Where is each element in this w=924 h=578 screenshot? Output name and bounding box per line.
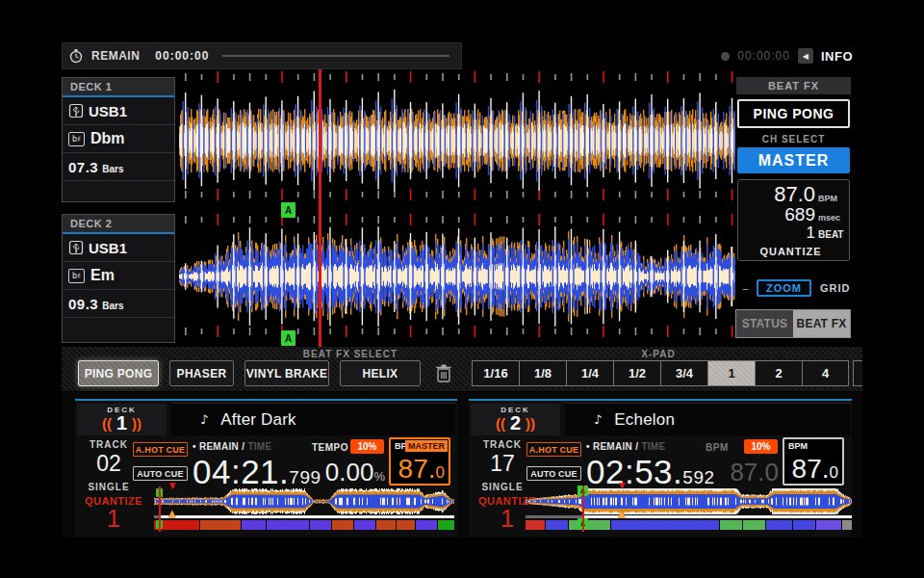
deck1-cue-marker: A (281, 202, 295, 218)
tab-beat-fx[interactable]: BEAT FX (793, 310, 850, 337)
deck2-tempo-range-badge: 10% (744, 439, 778, 454)
deck1-auto-cue-indicator: AUTO CUE (133, 466, 188, 481)
x-pad-cell-1-4[interactable]: 1/4 (566, 360, 613, 386)
main-waveform-canvas[interactable] (179, 69, 735, 351)
deck1-hot-cue-indicator: A.HOT CUE (133, 442, 188, 457)
onair-left-icon: (( (496, 415, 505, 432)
deck1-marker-down-icon: ▼ (169, 482, 176, 490)
fx-select-button-phaser[interactable]: PHASER (169, 360, 234, 386)
deck2-number: 2 (510, 412, 521, 434)
phrase-segment (526, 520, 545, 530)
fx-select-button-helix[interactable]: HELIX (340, 360, 421, 386)
deck2-title-bar: ♪ Echelon (565, 403, 850, 435)
deck2-cue-marker: A (281, 330, 295, 346)
deck2-info-panel: DECK 2 USB1 b♯ Em 09.3 Bars (62, 214, 175, 343)
x-pad-cell-2[interactable]: 2 (755, 360, 802, 386)
x-pad-cell-1-8[interactable]: 1/8 (519, 360, 566, 386)
x-pad-overflow-cell (853, 360, 862, 386)
ch-select-label: CH SELECT (736, 134, 851, 144)
x-pad-cell-1-16[interactable]: 1/16 (472, 360, 519, 386)
stopwatch-icon (68, 48, 84, 64)
cdj-screen: REMAIN 00:00:00 00:00:00 ◀ INFO DECK 1 U… (0, 0, 924, 578)
deck1-phrase-bar (154, 520, 454, 530)
deck2-key: Em (90, 267, 115, 284)
time-mode-remain: • REMAIN / (192, 441, 244, 452)
x-pad-cell-1-2[interactable]: 1/2 (613, 360, 660, 386)
usb-icon (68, 103, 84, 118)
deck2-bpm-box: BPM 87.0 (783, 437, 844, 486)
phrase-segment (569, 520, 610, 530)
info-collapse-button[interactable]: ◀ (798, 48, 813, 64)
deck2-source-row: USB1 (63, 234, 174, 262)
deck2-overview-waveform[interactable] (526, 488, 852, 514)
deck2-track-title: Echelon (614, 410, 675, 430)
info-label[interactable]: INFO (821, 49, 853, 64)
phrase-segment (546, 520, 568, 530)
phrase-segment (842, 520, 852, 530)
deck2-bars-row: 09.3 Bars (63, 290, 174, 318)
key-icon: b♯ (68, 269, 85, 283)
top-right-bar: 00:00:00 ◀ INFO (712, 42, 857, 69)
track-progress-line (222, 55, 449, 57)
zoom-grid-row: – ZOOM GRID (736, 279, 851, 297)
zoom-out-button[interactable]: – (742, 280, 749, 296)
deck1-bpm-value: 87. (398, 454, 436, 484)
phrase-segment (332, 520, 353, 530)
deck2-bpm-dim-value: 87.0 (730, 458, 779, 486)
deck1-tempo-label: TEMPO (312, 442, 348, 453)
tab-status[interactable]: STATUS (736, 310, 793, 337)
deck2-track-number: 17 (490, 451, 515, 477)
phrase-segment (397, 520, 415, 530)
fx-select-buttons: PING PONGPHASERVINYL BRAKEHELIX (78, 360, 421, 386)
deck1-bpm-box: BPM MASTER 87.0 (389, 437, 450, 486)
fx-quantize-label: QUANTIZE (738, 246, 843, 257)
remain-bar: REMAIN 00:00:00 (62, 42, 462, 69)
remain-label: REMAIN (91, 49, 140, 63)
deck1-track-title: After Dark (220, 410, 296, 430)
deck2-bpm-frac: 0 (830, 463, 838, 482)
onair-left-icon: (( (102, 415, 112, 432)
player-deck1: DECK (( 1 )) ♪ After Dark TRACK 02 SINGL… (75, 399, 457, 537)
x-pad-label: X-PAD (601, 349, 716, 359)
phrase-segment (816, 520, 841, 530)
channel-select-button[interactable]: MASTER (737, 147, 850, 173)
fx-beat-value: 1 (807, 224, 815, 242)
clock-time: 00:00:00 (737, 49, 790, 63)
track-label: TRACK (90, 439, 128, 450)
onair-right-icon: )) (132, 415, 141, 432)
deck1-panel-title: DECK 1 (63, 78, 174, 97)
deck1-key: Dbm (90, 130, 125, 147)
beat-fx-name-display[interactable]: PING PONG (737, 99, 850, 128)
deck1-source: USB1 (89, 103, 127, 119)
deck2-hot-cue-indicator: A.HOT CUE (526, 442, 581, 457)
fx-select-button-vinyl-brake[interactable]: VINYL BRAKE (244, 360, 329, 386)
fx-strip: BEAT FX SELECT X-PAD PING PONGPHASERVINY… (62, 347, 862, 391)
phrase-segment (793, 520, 815, 530)
main-playhead (319, 69, 321, 350)
music-note-icon: ♪ (594, 412, 602, 427)
deck1-accent-line (75, 399, 457, 401)
x-pad-cell-3-4[interactable]: 3/4 (660, 360, 707, 386)
bpm-label: BPM (788, 441, 808, 451)
fx-bpm-unit: BPM (818, 195, 843, 203)
phrase-segment (242, 520, 266, 530)
phrase-segment (416, 520, 437, 530)
phrase-segment (743, 520, 765, 530)
x-pad-cell-1[interactable]: 1 (707, 360, 755, 386)
x-pad-cell-4[interactable]: 4 (802, 360, 849, 386)
deck2-track-col: TRACK 17 SINGLE (476, 439, 528, 492)
fx-select-button-ping-pong[interactable]: PING PONG (78, 360, 159, 386)
onair-right-icon: )) (526, 415, 535, 432)
deck1-track-number: 02 (96, 451, 121, 477)
trash-icon[interactable] (435, 363, 452, 383)
deck1-bars-value: 07.3 (68, 159, 98, 175)
beat-fx-info-box: 87.0BPM 689msec 1BEAT QUANTIZE (737, 179, 850, 261)
grid-toggle-button[interactable]: GRID (820, 282, 851, 294)
deck1-overview-waveform[interactable] (154, 488, 454, 514)
zoom-toggle-button[interactable]: ZOOM (757, 279, 811, 297)
deck2-time-main: 02:53. (586, 453, 682, 490)
chevron-left-icon: ◀ (803, 52, 808, 61)
phrase-segment (438, 520, 454, 530)
deck2-panel-title: DECK 2 (63, 215, 174, 234)
time-mode-time: TIME (247, 441, 271, 452)
